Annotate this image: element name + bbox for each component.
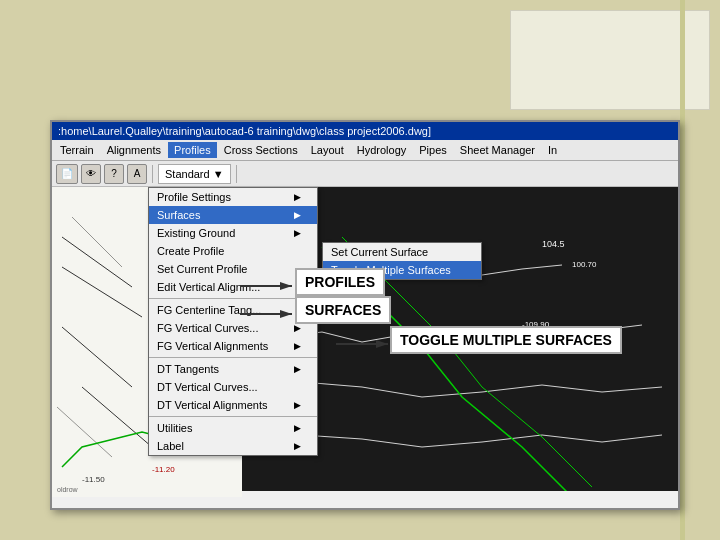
menu-bar: Terrain Alignments Profiles Cross Sectio… xyxy=(52,140,678,161)
separator1 xyxy=(149,298,317,299)
menu-item-dt-tangents[interactable]: DT Tangents ▶ xyxy=(149,360,317,378)
menu-item-dt-vertical-curves[interactable]: DT Vertical Curves... xyxy=(149,378,317,396)
svg-text:-11.50: -11.50 xyxy=(82,475,105,484)
menu-item-create-profile[interactable]: Create Profile xyxy=(149,242,317,260)
toggle-arrow xyxy=(336,334,396,354)
arrow-icon: ▶ xyxy=(294,192,301,202)
arrow-icon8: ▶ xyxy=(294,423,301,433)
profiles-annotation: PROFILES xyxy=(295,268,385,296)
title-bar: :home\Laurel.Qualley\training\autocad-6 … xyxy=(52,122,678,140)
arrow-icon3: ▶ xyxy=(294,228,301,238)
menu-profiles[interactable]: Profiles xyxy=(168,142,217,158)
right-border xyxy=(680,0,685,540)
arrow-icon6: ▶ xyxy=(294,364,301,374)
arrow-icon5: ▶ xyxy=(294,341,301,351)
arrow-icon9: ▶ xyxy=(294,441,301,451)
toolbar-separator xyxy=(152,165,153,183)
standard-dropdown[interactable]: Standard ▼ xyxy=(158,164,231,184)
menu-alignments[interactable]: Alignments xyxy=(101,142,167,158)
svg-text:-11.20: -11.20 xyxy=(152,465,175,474)
menu-hydrology[interactable]: Hydrology xyxy=(351,142,413,158)
toolbar-btn-1[interactable]: 📄 xyxy=(56,164,78,184)
svg-text:100.70: 100.70 xyxy=(572,260,597,269)
separator2 xyxy=(149,357,317,358)
menu-item-profile-settings[interactable]: Profile Settings ▶ xyxy=(149,188,317,206)
menu-item-existing-ground[interactable]: Existing Ground ▶ xyxy=(149,224,317,242)
toolbar: 📄 👁 ? A Standard ▼ xyxy=(52,161,678,187)
surfaces-annotation: SURFACES xyxy=(295,296,391,324)
menu-item-utilities[interactable]: Utilities ▶ xyxy=(149,419,317,437)
menu-terrain[interactable]: Terrain xyxy=(54,142,100,158)
menu-layout[interactable]: Layout xyxy=(305,142,350,158)
toggle-annotation: TOGGLE MULTIPLE SURFACES xyxy=(390,326,622,354)
menu-item-dt-vertical-alignments[interactable]: DT Vertical Alignments ▶ xyxy=(149,396,317,414)
svg-text:oldrow: oldrow xyxy=(57,486,79,493)
menu-item-label[interactable]: Label ▶ xyxy=(149,437,317,455)
arrow-icon2: ▶ xyxy=(294,210,301,220)
toolbar-btn-3[interactable]: ? xyxy=(104,164,124,184)
toolbar-btn-a[interactable]: A xyxy=(127,164,147,184)
menu-sheet-manager[interactable]: Sheet Manager xyxy=(454,142,541,158)
menu-item-set-current-surface[interactable]: Set Current Surface xyxy=(323,243,481,261)
window-title: :home\Laurel.Qualley\training\autocad-6 … xyxy=(58,125,431,137)
desktop-background: :home\Laurel.Qualley\training\autocad-6 … xyxy=(0,0,720,540)
menu-more[interactable]: In xyxy=(542,142,563,158)
surfaces-arrow xyxy=(240,304,300,324)
separator3 xyxy=(149,416,317,417)
arrow-icon4: ▶ xyxy=(294,323,301,333)
toolbar-separator2 xyxy=(236,165,237,183)
menu-item-surfaces[interactable]: Surfaces ▶ xyxy=(149,206,317,224)
toolbar-btn-2[interactable]: 👁 xyxy=(81,164,101,184)
profiles-arrow xyxy=(240,276,300,296)
menu-cross-sections[interactable]: Cross Sections xyxy=(218,142,304,158)
menu-pipes[interactable]: Pipes xyxy=(413,142,453,158)
arrow-icon7: ▶ xyxy=(294,400,301,410)
svg-text:104.5: 104.5 xyxy=(542,239,565,249)
menu-item-fg-vertical-alignments[interactable]: FG Vertical Alignments ▶ xyxy=(149,337,317,355)
